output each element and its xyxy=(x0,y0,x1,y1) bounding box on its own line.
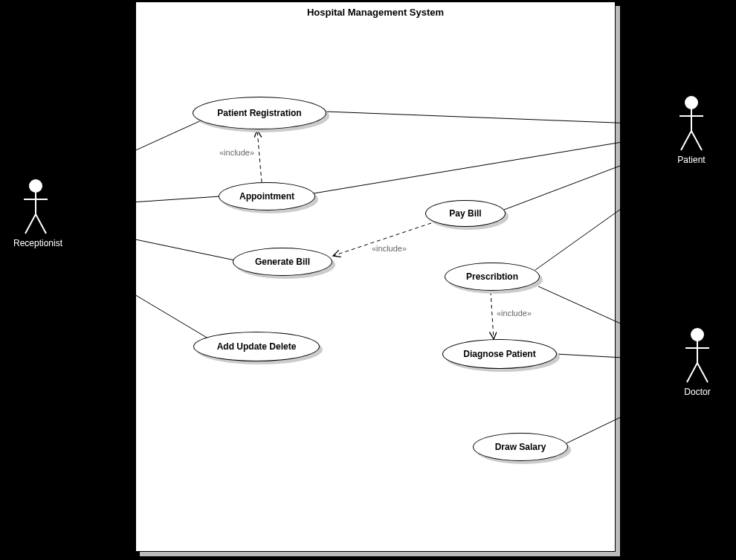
svg-line-13 xyxy=(687,363,697,382)
usecase-label: Prescribtion xyxy=(462,271,523,282)
diagram-canvas: Hospital Management System Receptionist … xyxy=(0,0,736,560)
svg-line-3 xyxy=(25,214,36,234)
usecase-label: Draw Salary xyxy=(491,442,551,452)
stickman-icon xyxy=(21,178,51,236)
usecase-diagnose-patient: Diagnose Patient xyxy=(442,339,557,369)
usecase-add-update-delete: Add Update Delete xyxy=(193,332,320,361)
actor-patient: Patient xyxy=(669,95,714,165)
svg-point-0 xyxy=(30,180,42,192)
svg-line-4 xyxy=(36,214,46,234)
usecase-pay-bill: Pay Bill xyxy=(425,200,506,227)
svg-point-5 xyxy=(685,97,697,109)
stickman-icon xyxy=(682,327,712,385)
stickman-icon xyxy=(677,95,706,153)
system-boundary: Hospital Management System xyxy=(135,1,616,552)
actor-label: Doctor xyxy=(675,387,720,397)
usecase-prescription: Prescribtion xyxy=(445,263,540,291)
svg-line-14 xyxy=(697,363,708,382)
include-label-2: «include» xyxy=(372,244,407,253)
actor-receptionist: Receptionist xyxy=(13,178,58,248)
actor-label: Patient xyxy=(669,155,714,165)
usecase-label: Pay Bill xyxy=(445,208,485,219)
include-label-1: «include» xyxy=(219,148,254,157)
usecase-label: Appointment xyxy=(235,191,299,202)
usecase-label: Generate Bill xyxy=(251,257,314,267)
usecase-draw-salary: Draw Salary xyxy=(473,433,568,461)
usecase-appointment: Appointment xyxy=(219,182,315,210)
usecase-patient-registration: Patient Registration xyxy=(193,97,326,129)
actor-doctor: Doctor xyxy=(675,327,720,397)
svg-line-9 xyxy=(691,131,702,150)
svg-point-10 xyxy=(691,329,703,341)
usecase-label: Diagnose Patient xyxy=(459,349,540,359)
svg-line-8 xyxy=(681,131,691,150)
system-title: Hospital Management System xyxy=(136,7,615,18)
usecase-label: Add Update Delete xyxy=(213,341,301,352)
actor-label: Receptionist xyxy=(13,238,58,248)
include-label-3: «include» xyxy=(497,309,532,318)
usecase-generate-bill: Generate Bill xyxy=(233,248,332,276)
usecase-label: Patient Registration xyxy=(213,108,306,118)
